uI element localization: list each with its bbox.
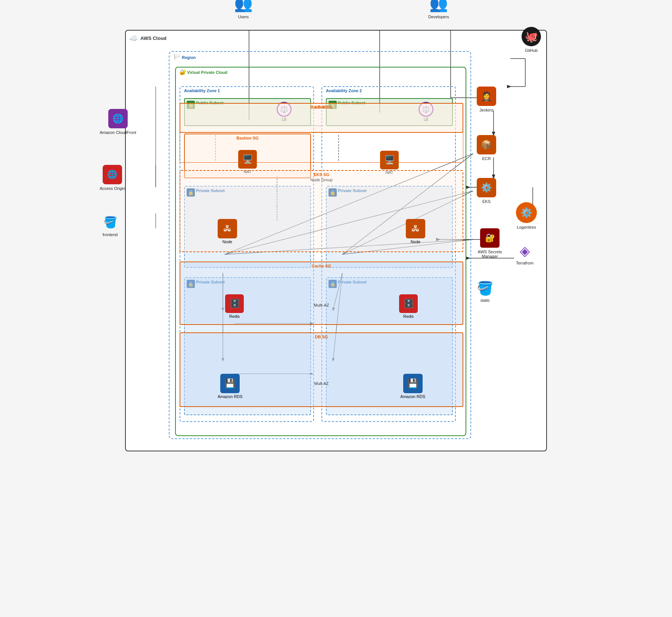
access-origin-service: 🌐 Access Origin — [100, 165, 125, 191]
developers-label: Developers — [428, 15, 449, 19]
lb-sg-box: LB SG — [180, 103, 463, 133]
lb-sg-label: LB SG — [315, 105, 328, 109]
terraform-icon: ◈ — [520, 243, 530, 259]
access-origin-icon: 🌐 — [103, 165, 122, 184]
frontend-label: frontend — [103, 232, 118, 237]
developers-icon: 👥 — [429, 0, 448, 13]
terraform-label: Terrafrom — [516, 261, 533, 265]
cache-sg-label: Cache SG — [312, 264, 331, 268]
logentries-icon: ⚙️ — [516, 202, 537, 223]
rds-az2: 💾 Amazon RDS — [400, 374, 425, 399]
frontend-icon: 🪣 — [102, 213, 119, 231]
rds-az1: 💾 Amazon RDS — [218, 374, 243, 399]
aws-cloud-label: ☁️ AWS Cloud — [129, 34, 167, 43]
vpc-box: 🔐 Virtual Private Cloud Availability Zon… — [175, 67, 466, 436]
mult-az-label-db: Mult-AZ — [314, 381, 329, 386]
eks-label: EKS — [482, 199, 491, 204]
bastion-sg-label-az1: Bastion SG — [236, 136, 258, 140]
github-label: GitHub — [525, 48, 538, 53]
frontend-service: 🪣 frontend — [102, 213, 119, 237]
cloudfront-label: Amazon CloudFront — [100, 130, 136, 135]
region-label: 🏳️ Region — [173, 53, 196, 60]
static-icon: 🪣 — [477, 281, 494, 296]
logentries-label: Logentires — [517, 225, 536, 229]
cloudfront-icon: 🌐 — [108, 109, 128, 128]
node-az2: 🖧 Node — [406, 219, 425, 244]
redis-az2: 🗄️ Redis — [399, 294, 418, 319]
db-sg-box: DB SG 💾 Amazon RDS Mult-AZ 💾 Amazon RDS — [180, 332, 463, 407]
jenkins-service: 🤵 Jenkins — [477, 87, 496, 112]
users-group: 👥 Users — [234, 0, 253, 19]
az2-label: Availability Zone 2 — [326, 88, 362, 93]
node-group-label: Node Group — [310, 178, 333, 182]
ecr-label: ECR — [482, 156, 491, 161]
github-icon: 🐙 — [522, 27, 541, 46]
eks-service-right: ⚙️ EKS — [477, 178, 496, 204]
terraform-service: ◈ Terrafrom — [516, 243, 533, 265]
logentries-service: ⚙️ Logentires — [516, 202, 537, 229]
az1-label: Availability Zone 1 — [184, 88, 220, 93]
secrets-label: AWS Secrets Manager — [477, 250, 503, 259]
multi-az-label-cache: Multi-AZ — [314, 303, 329, 307]
jenkins-icon: 🤵 — [477, 87, 496, 106]
eks-sg-label: EKS SG — [314, 172, 329, 177]
developers-group: 👥 Developers — [428, 0, 449, 19]
users-label: Users — [238, 15, 249, 19]
jenkins-label: Jenkins — [479, 108, 493, 112]
secrets-manager-service: 🔐 AWS Secrets Manager — [477, 228, 503, 259]
ecr-icon: 📦 — [477, 135, 496, 154]
github-service: 🐙 GitHub — [522, 27, 541, 53]
cache-sg-box: Cache SG 🗄️ Redis Multi-AZ 🗄️ Redis — [180, 261, 463, 325]
cloudfront-service: 🌐 Amazon CloudFront — [100, 109, 136, 135]
eks-sg-box: EKS SG Node Group 🖧 Node 🖧 Node — [180, 170, 463, 252]
static-bucket-service: 🪣 static — [477, 281, 494, 303]
secrets-icon: 🔐 — [480, 228, 500, 248]
access-origin-label: Access Origin — [100, 186, 125, 191]
users-icon: 👥 — [234, 0, 253, 13]
static-label: static — [480, 298, 490, 303]
db-sg-label: DB SG — [315, 335, 328, 339]
node-az1: 🖧 Node — [218, 219, 237, 244]
redis-az1: 🗄️ Redis — [225, 294, 244, 319]
region-box: 🏳️ Region 🔐 Virtual Private Cloud Availa… — [169, 51, 471, 439]
vpc-label: 🔐 Virtual Private Cloud — [180, 69, 227, 75]
eks-icon: ⚙️ — [477, 178, 496, 197]
ecr-service: 📦 ECR — [477, 135, 496, 161]
